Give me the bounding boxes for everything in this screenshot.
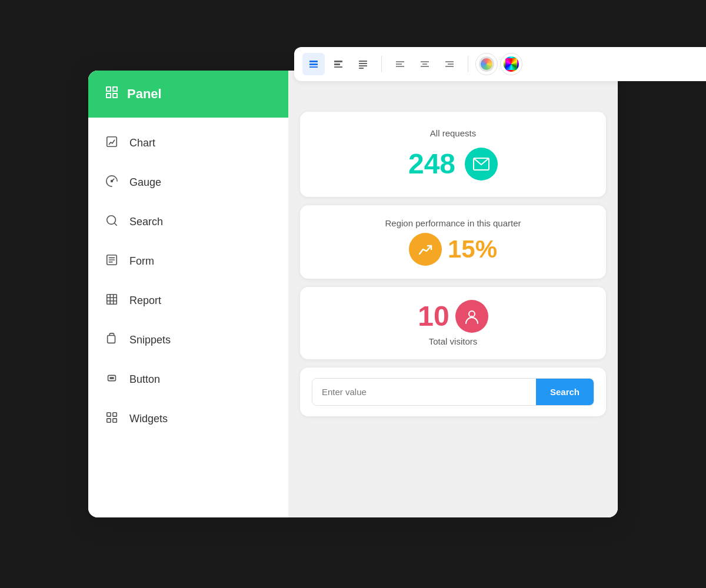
svg-rect-25	[309, 64, 318, 65]
chart-up-icon-circle	[409, 233, 442, 266]
sidebar-item-snippets-label: Snippets	[129, 334, 171, 346]
svg-line-7	[114, 223, 116, 225]
gauge-icon	[105, 175, 119, 191]
envelope-icon-circle	[465, 148, 498, 181]
chart-icon	[105, 135, 119, 151]
svg-rect-26	[309, 66, 318, 68]
sidebar-item-snippets[interactable]: Snippets	[88, 320, 288, 360]
color-ring-outline	[479, 56, 494, 72]
svg-rect-19	[109, 377, 114, 379]
color-group	[475, 53, 522, 75]
content-area: All requests 248 Region performance in t…	[288, 71, 618, 517]
requests-label: All requests	[430, 128, 476, 138]
svg-rect-27	[334, 61, 342, 62]
align-right-button[interactable]	[438, 53, 461, 75]
align-center-button[interactable]	[414, 53, 436, 75]
svg-rect-2	[106, 93, 111, 98]
svg-rect-33	[359, 68, 364, 69]
svg-rect-30	[359, 61, 367, 62]
sidebar-item-chart[interactable]: Chart	[88, 123, 288, 163]
layout3-button[interactable]	[352, 53, 374, 75]
svg-rect-3	[113, 93, 117, 98]
sidebar-item-widgets[interactable]: Widgets	[88, 399, 288, 439]
layout1-button[interactable]	[302, 53, 325, 75]
button-icon	[105, 372, 119, 387]
align-group	[389, 53, 461, 75]
widgets-icon	[105, 411, 119, 427]
svg-rect-29	[334, 66, 342, 68]
sidebar-item-form-label: Form	[129, 255, 154, 268]
search-icon	[105, 214, 119, 230]
svg-rect-1	[113, 87, 117, 91]
requests-value: 248	[408, 150, 455, 178]
svg-rect-28	[334, 64, 340, 65]
toolbar-divider-1	[381, 56, 382, 72]
snippets-icon	[105, 332, 119, 348]
svg-rect-20	[107, 413, 111, 416]
card-search: Search	[300, 368, 606, 416]
layout-group	[302, 53, 374, 75]
region-inner: 15%	[409, 233, 497, 266]
svg-rect-23	[113, 419, 116, 422]
search-row: Search	[312, 378, 594, 406]
sidebar-item-search[interactable]: Search	[88, 202, 288, 242]
svg-rect-31	[359, 63, 367, 64]
svg-rect-0	[106, 87, 111, 91]
sidebar-header: Panel	[88, 71, 288, 118]
toolbar-divider-2	[468, 56, 468, 72]
sidebar-item-search-label: Search	[129, 216, 163, 228]
region-label: Region performance in this quarter	[385, 218, 521, 228]
sidebar-item-gauge[interactable]: Gauge	[88, 163, 288, 202]
sidebar-item-gauge-label: Gauge	[129, 176, 161, 189]
requests-inner: 248	[408, 148, 498, 181]
sidebar-item-chart-label: Chart	[129, 137, 155, 149]
svg-rect-12	[107, 295, 117, 305]
sidebar-item-button[interactable]: Button	[88, 360, 288, 399]
color-fill-button[interactable]	[500, 53, 522, 75]
card-visitors: 10 Total visitors	[300, 287, 606, 359]
form-icon	[105, 253, 119, 269]
svg-rect-24	[309, 61, 318, 62]
user-star-icon-circle	[455, 300, 488, 333]
visitors-value: 10	[418, 302, 449, 330]
sidebar-item-report[interactable]: Report	[88, 281, 288, 320]
sidebar-item-form[interactable]: Form	[88, 242, 288, 281]
sidebar-item-button-label: Button	[129, 373, 160, 386]
visitors-inner: 10	[418, 300, 488, 333]
svg-rect-22	[107, 419, 111, 422]
region-value: 15%	[448, 235, 497, 263]
panel-icon	[105, 85, 119, 103]
report-icon	[105, 293, 119, 309]
sidebar-title: Panel	[127, 86, 162, 102]
svg-rect-32	[359, 65, 367, 66]
color-ring-fill	[504, 56, 519, 72]
sidebar-items: Chart Gauge	[88, 118, 288, 445]
cards-container: All requests 248 Region performance in t…	[300, 112, 606, 416]
sidebar: Panel Chart	[88, 71, 288, 517]
toolbar	[294, 47, 706, 81]
search-input[interactable]	[312, 379, 536, 405]
svg-point-5	[111, 181, 113, 182]
visitors-label: Total visitors	[429, 336, 478, 346]
card-requests: All requests 248	[300, 112, 606, 197]
color-outline-button[interactable]	[475, 53, 498, 75]
layout2-button[interactable]	[327, 53, 349, 75]
search-button[interactable]: Search	[536, 379, 594, 405]
svg-rect-17	[108, 336, 115, 343]
align-left-button[interactable]	[389, 53, 411, 75]
sidebar-item-report-label: Report	[129, 295, 161, 307]
svg-rect-4	[107, 137, 117, 147]
svg-rect-21	[113, 413, 116, 416]
card-region: Region performance in this quarter 15%	[300, 205, 606, 279]
sidebar-item-widgets-label: Widgets	[129, 413, 168, 425]
